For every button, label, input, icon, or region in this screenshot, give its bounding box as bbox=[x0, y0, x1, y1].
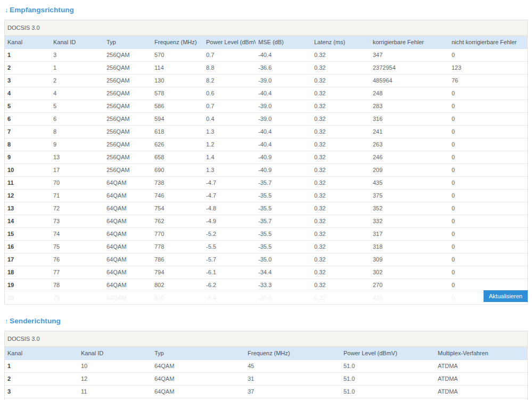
table-cell: 0 bbox=[449, 190, 527, 202]
table-cell: 256QAM bbox=[104, 100, 152, 113]
table-row: 21256QAM1148.8-36.60.322372954123 bbox=[5, 62, 527, 75]
table-cell: -40.4 bbox=[256, 138, 312, 151]
table-cell: 0 bbox=[449, 164, 527, 177]
table-cell: 0.32 bbox=[312, 75, 370, 87]
column-header: Frequenz (MHz) bbox=[152, 36, 203, 49]
table-row: 21264QAM3151.0ATDMA bbox=[5, 373, 527, 386]
table-row: 117064QAM738-4.7-35.70.324350 bbox=[5, 177, 527, 190]
table-cell: 51.0 bbox=[341, 360, 435, 373]
table-cell: 4 bbox=[5, 87, 51, 100]
table-cell: ATDMA bbox=[435, 398, 527, 400]
refresh-button[interactable]: Aktualisieren bbox=[484, 290, 528, 302]
table-cell: 17 bbox=[51, 164, 104, 177]
table-cell: 0.32 bbox=[312, 126, 370, 138]
table-cell: 114 bbox=[152, 62, 203, 75]
table-cell: -40.4 bbox=[256, 126, 312, 138]
table-cell: 6 bbox=[5, 113, 51, 126]
table-row: 31164QAM3751.0ATDMA bbox=[5, 386, 527, 398]
column-header: Kanal ID bbox=[78, 347, 152, 360]
table-cell: 51.0 bbox=[341, 373, 435, 386]
table-row: 167564QAM778-5.5-35.50.323180 bbox=[5, 241, 527, 254]
table-row: 187764QAM794-6.1-34.40.323020 bbox=[5, 266, 527, 279]
table-cell: -4.9 bbox=[203, 215, 256, 228]
column-header: Kanal bbox=[5, 347, 78, 360]
table-cell: 9 bbox=[5, 151, 51, 164]
table-cell: 0.32 bbox=[312, 177, 370, 190]
table-cell: 248 bbox=[370, 87, 449, 100]
table-cell: 256QAM bbox=[104, 126, 152, 138]
table-cell: 0.32 bbox=[312, 228, 370, 241]
table-cell: 762 bbox=[152, 215, 203, 228]
table-cell: 0.4 bbox=[203, 113, 256, 126]
table-cell: 0.32 bbox=[312, 254, 370, 266]
table-cell: -40.9 bbox=[256, 164, 312, 177]
table-cell: 0.7 bbox=[203, 49, 256, 62]
table-cell: 0 bbox=[449, 228, 527, 241]
table-row: 55256QAM5860.7-39.00.322830 bbox=[5, 100, 527, 113]
table-row: 11064QAM4551.0ATDMA bbox=[5, 360, 527, 373]
table-header: KanalKanal IDTypFrequenz (MHz)Power Leve… bbox=[5, 36, 527, 49]
table-cell: 0.32 bbox=[312, 87, 370, 100]
column-header: Power Level (dBmV) bbox=[203, 36, 256, 49]
table-cell: -4.7 bbox=[203, 177, 256, 190]
table-cell: 12 bbox=[78, 373, 152, 386]
table-cell: ATDMA bbox=[435, 373, 527, 386]
column-header: Frequenz (MHz) bbox=[245, 347, 341, 360]
table-cell: -35.5 bbox=[256, 202, 312, 215]
table-cell: 14 bbox=[5, 215, 51, 228]
table-cell: 1.4 bbox=[203, 151, 256, 164]
table-cell: 0.32 bbox=[312, 215, 370, 228]
table-cell: 690 bbox=[152, 164, 203, 177]
table-cell: 246 bbox=[370, 151, 449, 164]
table-cell: 75 bbox=[51, 241, 104, 254]
table-cell: 256QAM bbox=[104, 49, 152, 62]
table-cell: 578 bbox=[152, 87, 203, 100]
table-cell: 0.32 bbox=[312, 190, 370, 202]
table-cell: 0.32 bbox=[312, 62, 370, 75]
section-title-label: Empfangsrichtung bbox=[10, 6, 74, 14]
table-cell: 8.2 bbox=[203, 75, 256, 87]
table-cell: 64QAM bbox=[104, 241, 152, 254]
table-cell: 316 bbox=[370, 113, 449, 126]
table-cell: 2 bbox=[5, 373, 78, 386]
table-cell: -35.5 bbox=[256, 190, 312, 202]
table-cell: 0.32 bbox=[312, 100, 370, 113]
table-cell: 51.0 bbox=[341, 386, 435, 398]
table-cell: 45 bbox=[245, 360, 341, 373]
table-cell: 8 bbox=[51, 126, 104, 138]
table-cell: -40.4 bbox=[256, 49, 312, 62]
table-cell: 76 bbox=[449, 75, 527, 87]
table-row: 13256QAM5700.7-40.40.323470 bbox=[5, 49, 527, 62]
table-cell: 8 bbox=[5, 138, 51, 151]
table-row: 147364QAM762-4.9-35.70.323320 bbox=[5, 215, 527, 228]
table-cell: 1.3 bbox=[203, 126, 256, 138]
table-cell: 64QAM bbox=[104, 254, 152, 266]
column-header: MSE (dB) bbox=[256, 36, 312, 49]
table-cell: -35.7 bbox=[256, 177, 312, 190]
table-cell: 256QAM bbox=[104, 151, 152, 164]
table-cell: 1.2 bbox=[203, 138, 256, 151]
table-cell: 51.0 bbox=[341, 398, 435, 400]
column-header: Typ bbox=[104, 36, 152, 49]
table-cell: 209 bbox=[370, 164, 449, 177]
table-cell: 4 bbox=[51, 87, 104, 100]
table-cell: 0 bbox=[449, 241, 527, 254]
table-cell: 5 bbox=[51, 100, 104, 113]
table-cell: 64QAM bbox=[104, 215, 152, 228]
table-cell: -35.5 bbox=[256, 241, 312, 254]
panel-title-docsis: DOCSIS 3.0 bbox=[5, 331, 527, 347]
table-cell: 302 bbox=[370, 266, 449, 279]
column-header: Latenz (ms) bbox=[312, 36, 370, 49]
table-cell: 73 bbox=[51, 215, 104, 228]
table-cell: 0 bbox=[449, 202, 527, 215]
table-cell: 0.32 bbox=[312, 151, 370, 164]
table-cell: 570 bbox=[152, 49, 203, 62]
table-cell: 594 bbox=[152, 113, 203, 126]
send-table-panel: DOCSIS 3.0 KanalKanal IDTypFrequenz (MHz… bbox=[4, 331, 528, 400]
table-cell: 37 bbox=[245, 386, 341, 398]
table-cell: 70 bbox=[51, 177, 104, 190]
table-cell: 5 bbox=[5, 100, 51, 113]
table-row: 1017256QAM6901.3-40.90.322090 bbox=[5, 164, 527, 177]
table-cell: 256QAM bbox=[104, 75, 152, 87]
table-cell: 0.32 bbox=[312, 49, 370, 62]
